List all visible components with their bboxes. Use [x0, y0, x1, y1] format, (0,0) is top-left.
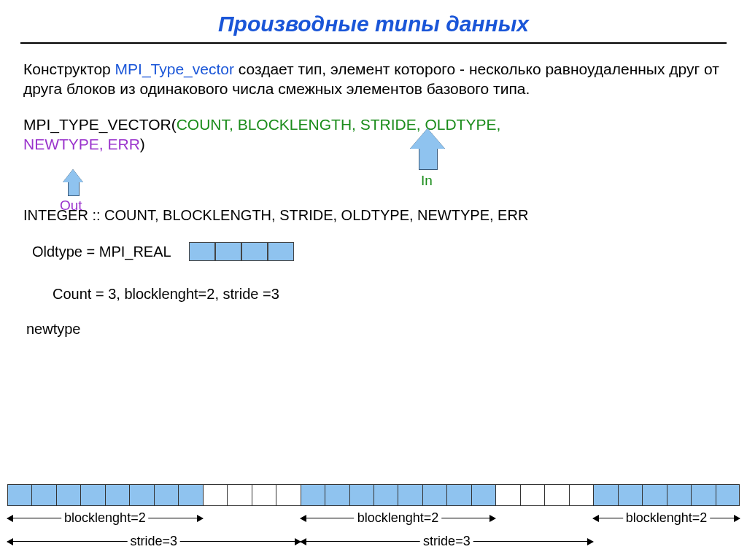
- oldtype-text: Oldtype = MPI_REAL: [32, 242, 171, 261]
- gap-cell: [544, 484, 568, 506]
- blocklength-label: blocklenght=2: [623, 510, 711, 526]
- blocklength-labels-row: blocklenght=2blocklenght=2blocklenght=2: [7, 509, 740, 531]
- gap-cell: [569, 484, 593, 506]
- gap-cell: [495, 484, 519, 506]
- gap-cell: [227, 484, 251, 506]
- memory-strip: [0, 484, 747, 506]
- data-cell: [446, 484, 471, 506]
- data-cell: [105, 484, 129, 506]
- data-cell: [471, 484, 495, 506]
- gap-cell: [520, 484, 544, 506]
- oldtype-row: Oldtype = MPI_REAL: [32, 242, 724, 261]
- slide-title: Производные типы данных: [0, 12, 747, 36]
- data-cell: [31, 484, 55, 506]
- oldtype-cell: [268, 242, 294, 261]
- gap-cell: [276, 484, 300, 506]
- data-cell: [154, 484, 178, 506]
- stride-label: stride=3: [128, 534, 181, 549]
- arrow-up-out-icon: [64, 169, 82, 196]
- data-cell: [7, 484, 31, 506]
- sig-name: MPI_TYPE_VECTOR: [23, 116, 171, 133]
- sig-args-out: NEWTYPE, ERR: [23, 136, 140, 152]
- arrow-up-in-icon: [417, 128, 435, 170]
- sig-args-in: COUNT, BLOCKLENGTH, STRIDE, OLDTYPE,: [177, 116, 501, 133]
- blocklength-label: blocklenght=2: [355, 510, 442, 526]
- func-name: MPI_Type_vector: [115, 61, 234, 77]
- gap-cell: [252, 484, 276, 506]
- content-area: Конструктор MPI_Type_vector создает тип,…: [23, 59, 724, 338]
- data-cell: [56, 484, 80, 506]
- stride-label: stride=3: [420, 534, 473, 549]
- signature-line: MPI_TYPE_VECTOR(COUNT, BLOCKLENGTH, STRI…: [23, 114, 724, 155]
- data-cell: [422, 484, 446, 506]
- data-cell: [716, 484, 740, 506]
- data-cell: [349, 484, 374, 506]
- sig-close: ): [140, 136, 145, 152]
- oldtype-blocks: [189, 242, 294, 261]
- data-cell: [667, 484, 691, 506]
- out-label: Out: [60, 197, 82, 215]
- data-cell: [301, 484, 325, 506]
- oldtype-cell: [189, 242, 215, 261]
- data-cell: [618, 484, 642, 506]
- data-cell: [593, 484, 617, 506]
- data-cell: [642, 484, 666, 506]
- params-line: Count = 3, blocklenght=2, stride =3: [53, 284, 724, 303]
- newtype-label: newtype: [26, 319, 724, 338]
- data-cell: [80, 484, 104, 506]
- data-cell: [325, 484, 349, 506]
- blocklength-label: blocklenght=2: [61, 510, 149, 526]
- data-cell: [374, 484, 398, 506]
- divider: [20, 42, 727, 44]
- intro-paragraph: Конструктор MPI_Type_vector создает тип,…: [23, 59, 724, 99]
- in-label: In: [421, 172, 433, 190]
- oldtype-cell: [241, 242, 268, 261]
- data-cell: [129, 484, 153, 506]
- data-cell: [691, 484, 715, 506]
- oldtype-cell: [215, 242, 241, 261]
- gap-cell: [203, 484, 227, 506]
- data-cell: [398, 484, 422, 506]
- stride-labels-row: stride=3stride=3: [7, 532, 740, 554]
- data-cell: [178, 484, 202, 506]
- intro-prefix: Конструктор: [23, 61, 115, 77]
- sig-open: (: [171, 116, 177, 133]
